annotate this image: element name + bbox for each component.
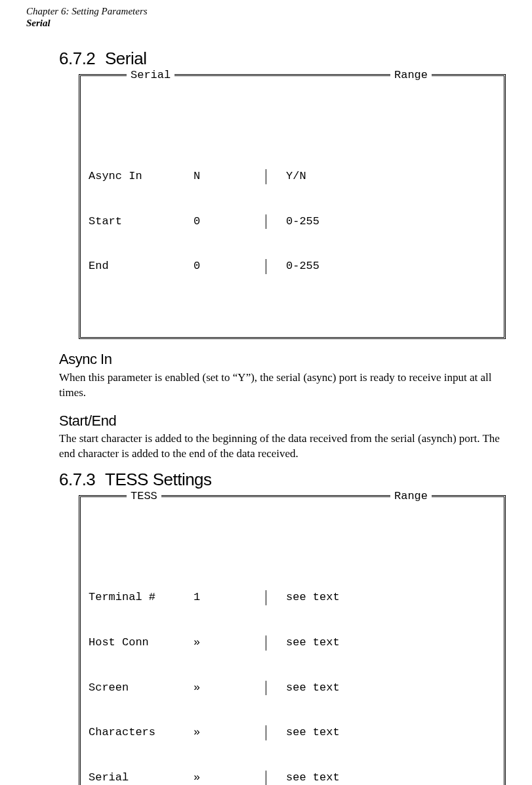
runhead-section: Serial — [26, 17, 506, 29]
param-value: » — [194, 681, 266, 696]
param-name: Async In — [89, 169, 194, 184]
param-row: Characters»see text — [89, 725, 496, 740]
param-name: Host Conn — [89, 635, 194, 651]
param-range: 0-255 — [266, 259, 496, 274]
box-label-range: Range — [390, 489, 432, 504]
param-range: 0-255 — [266, 214, 496, 230]
param-name: Characters — [89, 725, 194, 740]
param-value: N — [194, 169, 266, 184]
box-label-tess: TESS — [127, 489, 161, 504]
param-range: see text — [266, 771, 496, 785]
param-value: 0 — [194, 259, 266, 274]
param-range: see text — [266, 725, 496, 740]
heading-6-7-3: 6.7.3TESS Settings — [59, 468, 506, 491]
heading-start-end: Start/End — [59, 411, 506, 431]
param-value: » — [194, 725, 266, 740]
param-value: » — [194, 771, 266, 785]
param-range: Y/N — [266, 169, 496, 184]
param-row: Screen»see text — [89, 681, 496, 696]
running-header: Chapter 6: Setting Parameters Serial — [26, 5, 506, 29]
param-row: Start00-255 — [89, 214, 496, 230]
param-range: see text — [266, 681, 496, 696]
param-row: Host Conn»see text — [89, 635, 496, 651]
runhead-chapter: Chapter 6: Setting Parameters — [26, 5, 506, 17]
param-name: Screen — [89, 681, 194, 696]
param-value: 1 — [194, 590, 266, 605]
start-end-body: The start character is added to the begi… — [59, 432, 506, 462]
param-name: Terminal # — [89, 590, 194, 605]
async-in-body: When this parameter is enabled (set to “… — [59, 371, 506, 401]
param-name: Serial — [89, 771, 194, 785]
param-range: see text — [266, 635, 496, 651]
serial-param-box: Serial Range Async InNY/N Start00-255 En… — [79, 74, 506, 339]
param-value: 0 — [194, 214, 266, 230]
heading-number: 6.7.2 — [59, 47, 105, 70]
param-value: » — [194, 635, 266, 651]
tess-param-box: TESS Range Terminal #1see text Host Conn… — [79, 495, 506, 785]
param-row: End00-255 — [89, 259, 496, 274]
heading-title: Serial — [105, 49, 146, 68]
heading-title: TESS Settings — [105, 470, 212, 489]
param-row: Terminal #1see text — [89, 590, 496, 605]
param-row: Serial»see text — [89, 771, 496, 785]
box-label-range: Range — [390, 68, 432, 83]
heading-number: 6.7.3 — [59, 468, 105, 491]
param-row: Async InNY/N — [89, 169, 496, 184]
param-name: Start — [89, 214, 194, 230]
box-label-serial: Serial — [127, 68, 174, 83]
param-name: End — [89, 259, 194, 274]
param-range: see text — [266, 590, 496, 605]
heading-6-7-2: 6.7.2Serial — [59, 47, 506, 70]
heading-async-in: Async In — [59, 350, 506, 369]
